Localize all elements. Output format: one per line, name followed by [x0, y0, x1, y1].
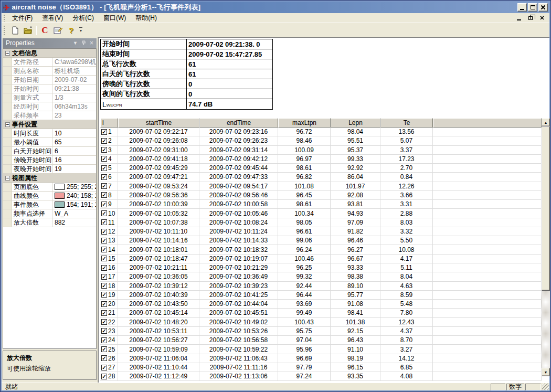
table-row[interactable]: ✓16 2009-07-02 10:21:11 2009-07-02 10:21… [100, 263, 542, 272]
collapse-minus-icon[interactable]: − [5, 176, 10, 181]
table-row[interactable]: ✓4 2009-07-02 09:41:18 2009-07-02 09:42:… [100, 155, 542, 164]
table-row[interactable]: ✓13 2009-07-02 10:14:16 2009-07-02 10:14… [100, 236, 542, 245]
collapse-minus-icon[interactable]: − [5, 51, 10, 56]
color-swatch[interactable] [55, 202, 65, 208]
row-checkbox[interactable]: ✓ [101, 147, 107, 153]
table-row[interactable]: ✓24 2009-07-02 10:56:27 2009-07-02 10:56… [100, 336, 542, 345]
property-row[interactable]: 频率点选择 W_A [3, 209, 96, 218]
property-row[interactable]: 测量方式 1/3 [3, 93, 96, 102]
row-checkbox[interactable]: ✓ [101, 374, 107, 379]
row-checkbox[interactable]: ✓ [101, 174, 107, 180]
close-button[interactable] [538, 3, 548, 12]
row-checkbox[interactable]: ✓ [101, 346, 107, 352]
property-value[interactable]: 23 [52, 112, 96, 119]
properties-button[interactable] [52, 25, 64, 36]
menu-item[interactable]: 查看(V) [37, 13, 68, 23]
color-swatch[interactable] [55, 184, 65, 190]
property-value[interactable]: 240; 158; 15 [52, 192, 96, 199]
table-row[interactable]: ✓17 2009-07-02 10:36:05 2009-07-02 10:36… [100, 272, 542, 281]
panel-pin-icon[interactable] [81, 40, 86, 46]
mdi-restore-button[interactable] [527, 15, 534, 21]
property-row[interactable]: 事件颜色 154; 191; 18 [3, 200, 96, 209]
table-row[interactable]: ✓10 2009-07-02 10:05:32 2009-07-02 10:05… [100, 209, 542, 218]
row-checkbox[interactable]: ✓ [101, 165, 107, 171]
property-row[interactable]: 最小阈值 65 [3, 138, 96, 147]
property-row[interactable]: 测点名称 栎社机场 [3, 67, 96, 76]
property-value[interactable]: 09:21:38 [52, 85, 96, 92]
property-row[interactable]: 时间长度 10 [3, 129, 96, 138]
mdi-minimize-button[interactable] [515, 15, 522, 21]
property-row[interactable]: 放大倍数 882 [3, 218, 96, 227]
table-row[interactable]: ✓1 2009-07-02 09:22:17 2009-07-02 09:23:… [100, 128, 542, 136]
table-row[interactable]: ✓19 2009-07-02 10:40:39 2009-07-02 10:41… [100, 291, 542, 300]
property-row[interactable]: 开始日期 2009-07-02 [3, 76, 96, 84]
table-row[interactable]: ✓26 2009-07-02 11:06:04 2009-07-02 11:06… [100, 354, 542, 363]
row-checkbox[interactable]: ✓ [101, 192, 107, 198]
collapse-minus-icon[interactable]: − [5, 122, 10, 127]
property-row[interactable]: 页面底色 255; 255; 25 [3, 183, 96, 192]
minimize-button[interactable] [517, 3, 527, 12]
table-row[interactable]: ✓27 2009-07-02 11:10:44 2009-07-02 11:11… [100, 363, 542, 372]
property-value[interactable]: 19 [52, 165, 96, 173]
menu-item[interactable]: 帮助(H) [131, 13, 162, 23]
table-row[interactable]: ✓8 2009-07-02 09:56:36 2009-07-02 09:56:… [100, 191, 542, 200]
table-row[interactable]: ✓20 2009-07-02 10:43:50 2009-07-02 10:44… [100, 300, 542, 309]
table-row[interactable]: ✓5 2009-07-02 09:45:29 2009-07-02 09:45:… [100, 164, 542, 173]
table-row[interactable]: ✓12 2009-07-02 10:11:10 2009-07-02 10:11… [100, 227, 542, 236]
table-row[interactable]: ✓28 2009-07-02 11:12:49 2009-07-02 11:13… [100, 372, 542, 381]
table-row[interactable]: ✓22 2009-07-02 10:48:20 2009-07-02 10:49… [100, 318, 542, 327]
table-row[interactable]: ✓7 2009-07-02 09:53:24 2009-07-02 09:54:… [100, 182, 542, 191]
menu-item[interactable]: 文件(F) [7, 13, 37, 23]
row-checkbox[interactable]: ✓ [101, 328, 107, 334]
scrollbar-thumb[interactable] [542, 126, 550, 291]
row-checkbox[interactable]: ✓ [101, 219, 107, 225]
property-row[interactable]: 曲线颜色 240; 158; 15 [3, 192, 96, 200]
row-checkbox[interactable]: ✓ [101, 247, 107, 252]
row-checkbox[interactable]: ✓ [101, 156, 107, 162]
row-checkbox[interactable]: ✓ [101, 256, 107, 261]
table-row[interactable]: ✓25 2009-07-02 10:59:09 2009-07-02 10:59… [100, 345, 542, 354]
panel-menu-chevron-down-icon[interactable]: ▼ [73, 40, 78, 46]
resize-grip[interactable] [542, 384, 549, 390]
table-row[interactable]: ✓15 2009-07-02 10:18:47 2009-07-02 10:19… [100, 255, 542, 263]
row-checkbox[interactable]: ✓ [101, 202, 107, 207]
property-section-header[interactable]: − 事件设置 [3, 120, 96, 129]
panel-close-icon[interactable]: × [90, 40, 93, 46]
row-checkbox[interactable]: ✓ [101, 129, 107, 135]
property-row[interactable]: 文件路径 C:\awa6298\机场 [3, 58, 96, 67]
property-row[interactable]: 白天开始时间 6 [3, 147, 96, 156]
toolbar-overflow-button[interactable]: ▾ [78, 25, 84, 36]
maximize-button[interactable] [528, 3, 537, 12]
table-row[interactable]: ✓14 2009-07-02 10:18:01 2009-07-02 10:18… [100, 245, 542, 254]
property-row[interactable]: 傍晚开始时间 16 [3, 156, 96, 165]
column-header-i[interactable]: i [100, 118, 118, 128]
table-row[interactable]: ✓23 2009-07-02 10:53:11 2009-07-02 10:53… [100, 327, 542, 336]
column-header-Te[interactable]: Te [380, 118, 433, 128]
column-header-maxLtpn[interactable]: maxLtpn [278, 118, 331, 128]
row-checkbox[interactable]: ✓ [101, 355, 107, 361]
toolbar-grip[interactable] [3, 25, 6, 36]
column-header-filler[interactable] [433, 118, 542, 128]
property-value[interactable]: 6 [52, 147, 96, 155]
property-value[interactable]: 16 [52, 156, 96, 164]
table-row[interactable]: ✓3 2009-07-02 09:31:00 2009-07-02 09:31:… [100, 146, 542, 155]
property-section-header[interactable]: − 文档信息 [3, 49, 96, 58]
c-weighting-button[interactable]: C [39, 25, 51, 36]
table-row[interactable]: ✓6 2009-07-02 09:47:21 2009-07-02 09:47:… [100, 173, 542, 182]
property-value[interactable]: 10 [52, 130, 96, 137]
mdi-close-button[interactable] [538, 15, 545, 21]
color-swatch[interactable] [55, 193, 65, 199]
property-value[interactable]: 882 [52, 219, 96, 226]
property-section-header[interactable]: − 视图属性 [3, 174, 96, 183]
row-checkbox[interactable]: ✓ [101, 283, 107, 289]
menu-item[interactable]: 分析(C) [68, 13, 99, 23]
table-row[interactable]: ✓21 2009-07-02 10:45:14 2009-07-02 10:45… [100, 309, 542, 317]
vertical-scrollbar[interactable]: ▲ ▼ [542, 118, 550, 376]
property-row[interactable]: 经历时间 06h34m13s [3, 102, 96, 111]
property-value[interactable]: 1/3 [52, 94, 96, 101]
properties-panel-header[interactable]: Properties ▼ × [3, 38, 97, 48]
row-checkbox[interactable]: ✓ [101, 238, 107, 243]
property-row[interactable]: 开始时间 09:21:38 [3, 84, 96, 93]
table-row[interactable]: ✓9 2009-07-02 10:00:39 2009-07-02 10:00:… [100, 200, 542, 209]
property-value[interactable]: C:\awa6298\机场 [52, 58, 96, 67]
